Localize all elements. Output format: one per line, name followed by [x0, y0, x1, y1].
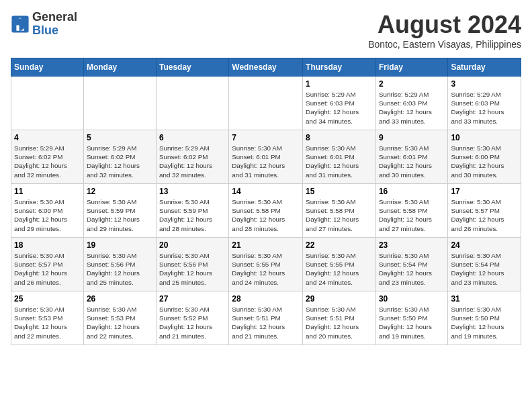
calendar-cell	[11, 77, 84, 130]
col-sunday: Sunday	[11, 58, 84, 77]
day-info: Sunrise: 5:30 AM Sunset: 5:58 PM Dayligh…	[379, 197, 445, 233]
day-number: 24	[451, 240, 518, 250]
calendar-cell: 31Sunrise: 5:30 AM Sunset: 5:50 PM Dayli…	[448, 291, 521, 345]
calendar-table: Sunday Monday Tuesday Wednesday Thursday…	[11, 58, 521, 345]
day-number: 5	[87, 133, 153, 142]
calendar-cell: 22Sunrise: 5:30 AM Sunset: 5:55 PM Dayli…	[303, 238, 376, 291]
day-info: Sunrise: 5:30 AM Sunset: 5:55 PM Dayligh…	[306, 251, 373, 287]
day-info: Sunrise: 5:29 AM Sunset: 6:03 PM Dayligh…	[379, 90, 445, 126]
day-info: Sunrise: 5:30 AM Sunset: 5:58 PM Dayligh…	[306, 197, 373, 233]
calendar-cell: 6Sunrise: 5:29 AM Sunset: 6:02 PM Daylig…	[156, 130, 228, 184]
day-number: 22	[306, 240, 373, 250]
day-info: Sunrise: 5:30 AM Sunset: 5:58 PM Dayligh…	[232, 197, 300, 233]
day-info: Sunrise: 5:30 AM Sunset: 6:01 PM Dayligh…	[379, 144, 445, 179]
day-number: 8	[306, 133, 373, 142]
day-info: Sunrise: 5:30 AM Sunset: 5:53 PM Dayligh…	[87, 305, 153, 340]
day-number: 10	[451, 133, 518, 142]
day-number: 20	[159, 240, 226, 250]
calendar-cell: 30Sunrise: 5:30 AM Sunset: 5:50 PM Dayli…	[375, 291, 447, 345]
day-info: Sunrise: 5:30 AM Sunset: 6:01 PM Dayligh…	[232, 144, 300, 179]
calendar-title: August 2024	[368, 11, 521, 39]
day-number: 19	[87, 240, 153, 250]
day-info: Sunrise: 5:30 AM Sunset: 5:52 PM Dayligh…	[159, 305, 226, 340]
calendar-week-4: 18Sunrise: 5:30 AM Sunset: 5:57 PM Dayli…	[11, 238, 521, 291]
day-info: Sunrise: 5:30 AM Sunset: 6:00 PM Dayligh…	[14, 197, 81, 233]
calendar-cell: 21Sunrise: 5:30 AM Sunset: 5:55 PM Dayli…	[229, 238, 303, 291]
logo-text: General Blue	[32, 11, 77, 38]
day-number: 1	[306, 79, 373, 89]
day-info: Sunrise: 5:30 AM Sunset: 5:57 PM Dayligh…	[14, 251, 81, 287]
day-info: Sunrise: 5:30 AM Sunset: 5:51 PM Dayligh…	[306, 305, 373, 340]
calendar-cell: 16Sunrise: 5:30 AM Sunset: 5:58 PM Dayli…	[375, 184, 447, 238]
day-number: 11	[14, 187, 81, 196]
calendar-cell: 24Sunrise: 5:30 AM Sunset: 5:54 PM Dayli…	[448, 238, 521, 291]
day-info: Sunrise: 5:30 AM Sunset: 5:53 PM Dayligh…	[14, 305, 81, 340]
calendar-cell: 18Sunrise: 5:30 AM Sunset: 5:57 PM Dayli…	[11, 238, 84, 291]
day-number: 7	[232, 133, 300, 142]
calendar-cell: 27Sunrise: 5:30 AM Sunset: 5:52 PM Dayli…	[156, 291, 228, 345]
calendar-subtitle: Bontoc, Eastern Visayas, Philippines	[368, 39, 521, 50]
title-section: August 2024 Bontoc, Eastern Visayas, Phi…	[368, 11, 521, 50]
day-number: 21	[232, 240, 300, 250]
col-tuesday: Tuesday	[156, 58, 228, 77]
page-header: General Blue August 2024 Bontoc, Eastern…	[11, 11, 521, 50]
calendar-cell	[83, 77, 156, 130]
day-number: 15	[306, 187, 373, 196]
calendar-cell: 13Sunrise: 5:30 AM Sunset: 5:59 PM Dayli…	[156, 184, 228, 238]
day-number: 30	[379, 294, 445, 304]
calendar-cell: 12Sunrise: 5:30 AM Sunset: 5:59 PM Dayli…	[83, 184, 156, 238]
header-row: Sunday Monday Tuesday Wednesday Thursday…	[11, 58, 521, 77]
calendar-cell: 9Sunrise: 5:30 AM Sunset: 6:01 PM Daylig…	[375, 130, 447, 184]
day-info: Sunrise: 5:30 AM Sunset: 5:56 PM Dayligh…	[87, 251, 153, 287]
calendar-cell: 19Sunrise: 5:30 AM Sunset: 5:56 PM Dayli…	[83, 238, 156, 291]
day-number: 27	[159, 294, 226, 304]
day-info: Sunrise: 5:30 AM Sunset: 6:00 PM Dayligh…	[451, 144, 518, 179]
calendar-week-3: 11Sunrise: 5:30 AM Sunset: 6:00 PM Dayli…	[11, 184, 521, 238]
calendar-cell: 1Sunrise: 5:29 AM Sunset: 6:03 PM Daylig…	[303, 77, 376, 130]
day-info: Sunrise: 5:30 AM Sunset: 5:59 PM Dayligh…	[159, 197, 226, 233]
day-number: 18	[14, 240, 81, 250]
day-number: 16	[379, 187, 445, 196]
col-thursday: Thursday	[303, 58, 376, 77]
calendar-cell: 17Sunrise: 5:30 AM Sunset: 5:57 PM Dayli…	[448, 184, 521, 238]
col-wednesday: Wednesday	[229, 58, 303, 77]
calendar-cell: 4Sunrise: 5:29 AM Sunset: 6:02 PM Daylig…	[11, 130, 84, 184]
calendar-week-1: 1Sunrise: 5:29 AM Sunset: 6:03 PM Daylig…	[11, 77, 521, 130]
day-info: Sunrise: 5:29 AM Sunset: 6:03 PM Dayligh…	[306, 90, 373, 126]
day-number: 6	[159, 133, 226, 142]
calendar-week-5: 25Sunrise: 5:30 AM Sunset: 5:53 PM Dayli…	[11, 291, 521, 345]
calendar-cell	[229, 77, 303, 130]
calendar-cell: 28Sunrise: 5:30 AM Sunset: 5:51 PM Dayli…	[229, 291, 303, 345]
col-friday: Friday	[375, 58, 447, 77]
day-info: Sunrise: 5:30 AM Sunset: 5:50 PM Dayligh…	[451, 305, 518, 340]
day-info: Sunrise: 5:30 AM Sunset: 5:50 PM Dayligh…	[379, 305, 445, 340]
col-monday: Monday	[83, 58, 156, 77]
day-number: 3	[451, 79, 518, 89]
day-number: 12	[87, 187, 153, 196]
calendar-cell: 15Sunrise: 5:30 AM Sunset: 5:58 PM Dayli…	[303, 184, 376, 238]
calendar-cell: 26Sunrise: 5:30 AM Sunset: 5:53 PM Dayli…	[83, 291, 156, 345]
day-info: Sunrise: 5:30 AM Sunset: 5:54 PM Dayligh…	[379, 251, 445, 287]
calendar-cell: 11Sunrise: 5:30 AM Sunset: 6:00 PM Dayli…	[11, 184, 84, 238]
day-number: 9	[379, 133, 445, 142]
calendar-cell: 3Sunrise: 5:29 AM Sunset: 6:03 PM Daylig…	[448, 77, 521, 130]
calendar-cell: 25Sunrise: 5:30 AM Sunset: 5:53 PM Dayli…	[11, 291, 84, 345]
day-number: 31	[451, 294, 518, 304]
day-number: 26	[87, 294, 153, 304]
calendar-cell: 23Sunrise: 5:30 AM Sunset: 5:54 PM Dayli…	[375, 238, 447, 291]
day-info: Sunrise: 5:29 AM Sunset: 6:02 PM Dayligh…	[159, 144, 226, 179]
col-saturday: Saturday	[448, 58, 521, 77]
day-info: Sunrise: 5:30 AM Sunset: 5:54 PM Dayligh…	[451, 251, 518, 287]
day-info: Sunrise: 5:30 AM Sunset: 6:01 PM Dayligh…	[306, 144, 373, 179]
calendar-cell	[156, 77, 228, 130]
calendar-cell: 20Sunrise: 5:30 AM Sunset: 5:56 PM Dayli…	[156, 238, 228, 291]
day-info: Sunrise: 5:30 AM Sunset: 5:57 PM Dayligh…	[451, 197, 518, 233]
day-info: Sunrise: 5:29 AM Sunset: 6:03 PM Dayligh…	[451, 90, 518, 126]
calendar-cell: 29Sunrise: 5:30 AM Sunset: 5:51 PM Dayli…	[303, 291, 376, 345]
day-number: 4	[14, 133, 81, 142]
day-number: 28	[232, 294, 300, 304]
day-info: Sunrise: 5:30 AM Sunset: 5:55 PM Dayligh…	[232, 251, 300, 287]
calendar-cell: 8Sunrise: 5:30 AM Sunset: 6:01 PM Daylig…	[303, 130, 376, 184]
calendar-cell: 7Sunrise: 5:30 AM Sunset: 6:01 PM Daylig…	[229, 130, 303, 184]
calendar-cell: 5Sunrise: 5:29 AM Sunset: 6:02 PM Daylig…	[83, 130, 156, 184]
